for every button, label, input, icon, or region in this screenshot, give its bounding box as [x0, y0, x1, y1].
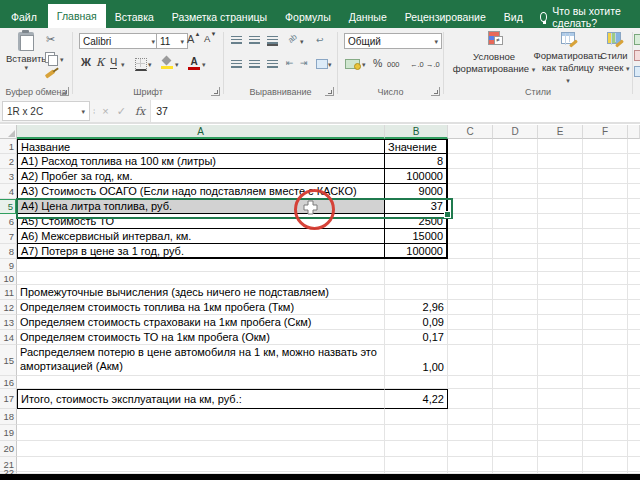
comma-style-button[interactable]: 000: [387, 60, 400, 69]
cell-A16[interactable]: [17, 376, 385, 389]
cell-D10[interactable]: [493, 272, 538, 285]
cell-F8[interactable]: [583, 244, 628, 259]
cell-partial-19[interactable]: [628, 425, 640, 441]
cell-partial-15[interactable]: [628, 345, 640, 376]
cell-F7[interactable]: [583, 229, 628, 244]
cell-C6[interactable]: [448, 214, 493, 229]
cell-C14[interactable]: [448, 330, 493, 345]
cell-C19[interactable]: [448, 425, 493, 441]
decrease-decimal-button[interactable]: →.0: [426, 60, 440, 69]
format-cells-icon[interactable]: [634, 66, 640, 77]
cell-D2[interactable]: [493, 154, 538, 169]
cell-C17[interactable]: [448, 389, 493, 409]
cell-B12[interactable]: 2,96: [385, 300, 448, 315]
cell-A2[interactable]: А1) Расход топлива на 100 км (литры): [17, 154, 385, 169]
cell-D3[interactable]: [493, 169, 538, 184]
column-header-E[interactable]: E: [538, 125, 583, 139]
cell-D11[interactable]: [493, 285, 538, 300]
cell-A1[interactable]: Название: [17, 139, 385, 154]
cell-C15[interactable]: [448, 345, 493, 376]
cell-E3[interactable]: [538, 169, 583, 184]
italic-button[interactable]: К: [96, 57, 105, 68]
cell-C21[interactable]: [448, 457, 493, 472]
cell-F19[interactable]: [583, 425, 628, 441]
cell-partial-1[interactable]: [628, 139, 640, 154]
cell-A12[interactable]: Определяем стоимость топлива на 1км проб…: [17, 300, 385, 315]
row-header-6[interactable]: 6: [0, 214, 17, 229]
cell-C2[interactable]: [448, 154, 493, 169]
cell-F14[interactable]: [583, 330, 628, 345]
cell-B6[interactable]: 2500: [385, 214, 448, 229]
cell-C20[interactable]: [448, 441, 493, 457]
column-header-F[interactable]: F: [583, 125, 628, 139]
cell-A15[interactable]: Распределяем потерю в цене автомобиля на…: [17, 345, 385, 376]
cell-B20[interactable]: [385, 441, 448, 457]
column-header-A[interactable]: A: [17, 125, 385, 139]
cell-D6[interactable]: [493, 214, 538, 229]
cell-C7[interactable]: [448, 229, 493, 244]
cell-F13[interactable]: [583, 315, 628, 330]
decrease-indent-icon[interactable]: ⇤: [286, 58, 294, 68]
cell-D20[interactable]: [493, 441, 538, 457]
shrink-font-button[interactable]: А▼: [204, 33, 210, 44]
cell-D19[interactable]: [493, 425, 538, 441]
cell-F10[interactable]: [583, 272, 628, 285]
format-painter-button[interactable]: [45, 69, 55, 78]
cancel-entry-icon[interactable]: ×: [102, 105, 108, 117]
cell-A9[interactable]: [17, 259, 385, 272]
cell-partial-8[interactable]: [628, 244, 640, 259]
cell-C10[interactable]: [448, 272, 493, 285]
cell-F20[interactable]: [583, 441, 628, 457]
cell-B21[interactable]: [385, 457, 448, 472]
clipboard-dialog-launcher[interactable]: [60, 87, 69, 96]
cell-B7[interactable]: 15000: [385, 229, 448, 244]
fill-color-button[interactable]: [161, 57, 173, 69]
row-header-15[interactable]: 15: [0, 345, 17, 376]
cell-E14[interactable]: [538, 330, 583, 345]
row-header-18[interactable]: 18: [0, 409, 17, 425]
align-bottom-icon[interactable]: [267, 36, 278, 46]
select-all-corner[interactable]: [0, 125, 17, 139]
row-header-16[interactable]: 16: [0, 376, 17, 389]
font-dialog-launcher[interactable]: [211, 87, 220, 96]
cell-F2[interactable]: [583, 154, 628, 169]
cell-E2[interactable]: [538, 154, 583, 169]
number-format-combobox[interactable]: Общий▾: [344, 33, 442, 49]
cell-E12[interactable]: [538, 300, 583, 315]
cell-partial-10[interactable]: [628, 272, 640, 285]
cell-A11[interactable]: Промежуточные вычисления (здесь ничего н…: [17, 285, 385, 300]
cell-partial-13[interactable]: [628, 315, 640, 330]
confirm-entry-icon[interactable]: ✓: [117, 105, 126, 118]
column-header-C[interactable]: C: [448, 125, 493, 139]
tab-data[interactable]: Данные: [340, 5, 396, 28]
cell-B8[interactable]: 100000: [385, 244, 448, 259]
fill-handle[interactable]: [444, 211, 451, 218]
cell-partial-6[interactable]: [628, 214, 640, 229]
cell-B10[interactable]: [385, 272, 448, 285]
cut-button[interactable]: ✂: [46, 34, 55, 45]
cell-E8[interactable]: [538, 244, 583, 259]
cell-E7[interactable]: [538, 229, 583, 244]
chevron-down-icon[interactable]: ▾: [362, 61, 366, 68]
column-header-B[interactable]: B: [385, 125, 448, 139]
row-header-14[interactable]: 14: [0, 330, 17, 345]
cell-D15[interactable]: [493, 345, 538, 376]
tab-file[interactable]: Файл: [0, 5, 48, 28]
cell-F3[interactable]: [583, 169, 628, 184]
cell-A4[interactable]: А3) Стоимость ОСАГО (Если надо подставля…: [17, 184, 385, 199]
tab-view[interactable]: Вид: [495, 5, 532, 28]
cell-F9[interactable]: [583, 259, 628, 272]
cell-partial-12[interactable]: [628, 300, 640, 315]
cell-C1[interactable]: [448, 139, 493, 154]
cell-B19[interactable]: [385, 425, 448, 441]
cell-D4[interactable]: [493, 184, 538, 199]
cell-F18[interactable]: [583, 409, 628, 425]
cell-D18[interactable]: [493, 409, 538, 425]
merge-center-button[interactable]: [316, 59, 328, 69]
cell-C12[interactable]: [448, 300, 493, 315]
delete-cells-icon[interactable]: [634, 50, 640, 61]
cell-E5[interactable]: [538, 199, 583, 214]
cell-C11[interactable]: [448, 285, 493, 300]
font-size-combobox[interactable]: 11▾: [156, 33, 188, 49]
column-header-partial[interactable]: [628, 125, 640, 139]
